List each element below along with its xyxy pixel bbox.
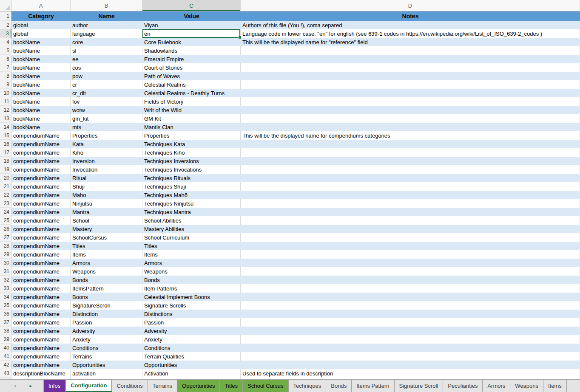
cell-B18[interactable]: Inversion bbox=[71, 157, 142, 165]
cell-D14[interactable] bbox=[241, 123, 580, 131]
cell-C27[interactable]: School Curriculum bbox=[142, 233, 241, 242]
cell-C21[interactable]: Techniques Shuji bbox=[142, 182, 241, 191]
cell-B22[interactable]: Maho bbox=[71, 191, 142, 199]
row-header-17[interactable]: 17 bbox=[0, 148, 11, 157]
cell-B34[interactable]: Boons bbox=[71, 293, 142, 301]
cell-C2[interactable]: Vlyan bbox=[142, 21, 241, 29]
row-header-34[interactable]: 34 bbox=[0, 293, 11, 301]
cell-B29[interactable]: Items bbox=[71, 250, 142, 259]
row-header-21[interactable]: 21 bbox=[0, 182, 11, 191]
cell-D[interactable] bbox=[241, 378, 580, 379]
cell-C7[interactable]: Court of Stones bbox=[142, 63, 241, 72]
cell-D28[interactable] bbox=[241, 242, 580, 250]
row-header-41[interactable]: 41 bbox=[0, 352, 11, 361]
cell-A7[interactable]: bookName bbox=[11, 63, 71, 72]
row-header-35[interactable]: 35 bbox=[0, 301, 11, 310]
cell-A23[interactable]: compendiumName bbox=[11, 199, 71, 208]
cell-B16[interactable]: Kata bbox=[71, 140, 142, 148]
row-header-32[interactable]: 32 bbox=[0, 276, 11, 284]
cell-B5[interactable]: sl bbox=[71, 46, 142, 55]
cell-C26[interactable]: Mastery Abilities bbox=[142, 225, 241, 233]
cell-B1[interactable]: Name bbox=[71, 11, 142, 21]
cell-A1[interactable]: Category bbox=[11, 11, 71, 21]
row-header-15[interactable]: 15 bbox=[0, 131, 11, 140]
column-header-a[interactable]: A bbox=[11, 0, 71, 11]
row-header-40[interactable]: 40 bbox=[0, 344, 11, 352]
cell-D23[interactable] bbox=[241, 199, 580, 208]
cell-D30[interactable] bbox=[241, 259, 580, 267]
cell-C22[interactable]: Techniques Mahõ bbox=[142, 191, 241, 199]
row-header-38[interactable]: 38 bbox=[0, 327, 11, 335]
cell-B36[interactable]: Distinction bbox=[71, 310, 142, 318]
cell-C33[interactable]: Item Patterns bbox=[142, 284, 241, 293]
cell-C31[interactable]: Weapons bbox=[142, 267, 241, 276]
row-header-9[interactable]: 9 bbox=[0, 80, 11, 89]
cell-B[interactable] bbox=[71, 378, 142, 379]
row-header-16[interactable]: 16 bbox=[0, 140, 11, 148]
cell-D43[interactable]: Used to separate fields in description bbox=[241, 369, 580, 378]
cell-B6[interactable]: ee bbox=[71, 55, 142, 63]
cell-C5[interactable]: Shadowlands bbox=[142, 46, 241, 55]
cell-A3[interactable]: global bbox=[11, 29, 71, 38]
row-header-24[interactable]: 24 bbox=[0, 208, 11, 216]
cell-C24[interactable]: Techniques Mantra bbox=[142, 208, 241, 216]
cell-B27[interactable]: SchoolCursus bbox=[71, 233, 142, 242]
cell-D42[interactable] bbox=[241, 361, 580, 369]
cell-A24[interactable]: compendiumName bbox=[11, 208, 71, 216]
cell-C4[interactable]: Core Rulebook bbox=[142, 38, 241, 46]
row-header-37[interactable]: 37 bbox=[0, 318, 11, 327]
cell-D10[interactable] bbox=[241, 89, 580, 97]
cell-D24[interactable] bbox=[241, 208, 580, 216]
cell-B4[interactable]: core bbox=[71, 38, 142, 46]
cell-A39[interactable]: compendiumName bbox=[11, 335, 71, 344]
row-header-25[interactable]: 25 bbox=[0, 216, 11, 225]
row-header-11[interactable]: 11 bbox=[0, 97, 11, 106]
cell-A37[interactable]: compendiumName bbox=[11, 318, 71, 327]
sheet-tab-signature-scroll[interactable]: Signature Scroll bbox=[395, 380, 444, 392]
cell-D34[interactable] bbox=[241, 293, 580, 301]
cell-A26[interactable]: compendiumName bbox=[11, 225, 71, 233]
cell-A36[interactable]: compendiumName bbox=[11, 310, 71, 318]
cell-D15[interactable]: This will be the displayed name for comp… bbox=[241, 131, 580, 140]
sheet-tab-armors[interactable]: Armors bbox=[483, 380, 510, 392]
cell-C14[interactable]: Mantis Clan bbox=[142, 123, 241, 131]
cell-C37[interactable]: Passion bbox=[142, 318, 241, 327]
cell-D16[interactable] bbox=[241, 140, 580, 148]
cell-A42[interactable]: compendiumName bbox=[11, 361, 71, 369]
row-header-14[interactable]: 14 bbox=[0, 123, 11, 131]
cell-B24[interactable]: Mantra bbox=[71, 208, 142, 216]
row-header-33[interactable]: 33 bbox=[0, 284, 11, 293]
cell-A33[interactable]: compendiumName bbox=[11, 284, 71, 293]
cell-C15[interactable]: Properties bbox=[142, 131, 241, 140]
sheet-tab-conditions[interactable]: Conditions bbox=[112, 380, 148, 392]
cell-C8[interactable]: Path of Waves bbox=[142, 72, 241, 80]
cell-A29[interactable]: compendiumName bbox=[11, 250, 71, 259]
cell-A14[interactable]: bookName bbox=[11, 123, 71, 131]
column-header-d[interactable]: D bbox=[241, 0, 580, 11]
cell-C43[interactable]: Activation bbox=[142, 369, 241, 378]
cell-A10[interactable]: bookName bbox=[11, 89, 71, 97]
cell-A[interactable] bbox=[11, 378, 71, 379]
row-header-27[interactable]: 27 bbox=[0, 233, 11, 242]
cell-A38[interactable]: compendiumName bbox=[11, 327, 71, 335]
cell-D7[interactable] bbox=[241, 63, 580, 72]
cell-A32[interactable]: compendiumName bbox=[11, 276, 71, 284]
cell-A27[interactable]: compendiumName bbox=[11, 233, 71, 242]
row-header-7[interactable]: 7 bbox=[0, 63, 11, 72]
sheet-tab-weapons[interactable]: Weapons bbox=[510, 380, 543, 392]
cell-B40[interactable]: Conditions bbox=[71, 344, 142, 352]
cell-D6[interactable] bbox=[241, 55, 580, 63]
row-header-4[interactable]: 4 bbox=[0, 38, 11, 46]
tabs-scroll-left-icon[interactable]: ◂ bbox=[14, 384, 16, 388]
cell-B30[interactable]: Armors bbox=[71, 259, 142, 267]
select-all-corner[interactable] bbox=[0, 0, 11, 11]
cell-A28[interactable]: compendiumName bbox=[11, 242, 71, 250]
row-header-23[interactable]: 23 bbox=[0, 199, 11, 208]
cell-A41[interactable]: compendiumName bbox=[11, 352, 71, 361]
cell-D32[interactable] bbox=[241, 276, 580, 284]
cell-D11[interactable] bbox=[241, 97, 580, 106]
row-header-1[interactable]: 1 bbox=[0, 11, 11, 21]
cell-C38[interactable]: Adversity bbox=[142, 327, 241, 335]
fill-handle[interactable] bbox=[238, 36, 242, 39]
cell-D18[interactable] bbox=[241, 157, 580, 165]
